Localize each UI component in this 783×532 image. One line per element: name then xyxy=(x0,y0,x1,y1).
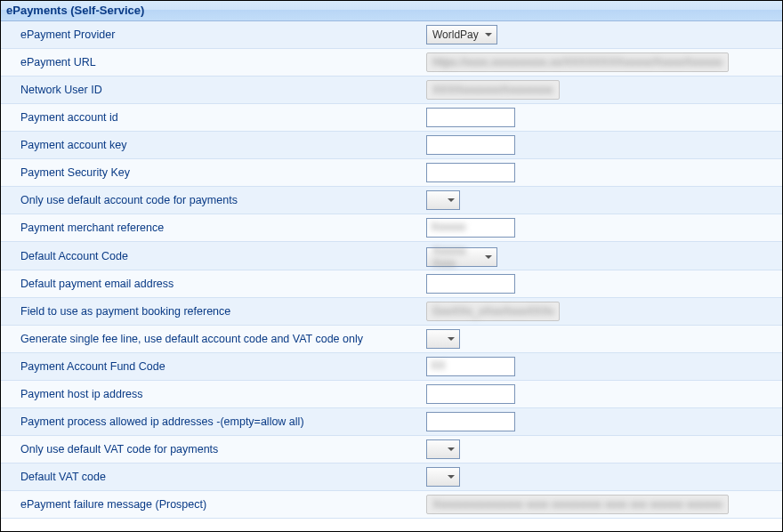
setting-label: Generate single fee line, use default ac… xyxy=(1,331,426,347)
setting-input[interactable] xyxy=(426,274,515,294)
setting-value-cell xyxy=(426,412,782,431)
chevron-down-icon xyxy=(448,447,455,451)
chevron-down-icon xyxy=(448,475,455,479)
setting-input[interactable] xyxy=(426,108,515,127)
setting-value-cell: XXXXxxxxxxxXxxxxxxxxxx xyxy=(426,80,782,100)
setting-label: Field to use as payment booking referenc… xyxy=(1,303,426,319)
redacted-value: Xxxxxxxxxxxxxxxx xxxx xxxxxxxxx xxxx xxx… xyxy=(432,498,722,511)
setting-row: ePayment failure message (Prospect)Xxxxx… xyxy=(1,491,782,519)
setting-row: Field to use as payment booking referenc… xyxy=(1,298,782,326)
setting-value-cell: GxxXXx_xXxxXxxxXXXx xyxy=(426,302,782,321)
setting-row: Payment account key xyxy=(1,132,782,159)
setting-value-cell: Xxxxxx xyxy=(426,218,782,238)
setting-label: Payment host ip address xyxy=(1,386,426,402)
setting-input[interactable] xyxy=(426,163,515,182)
setting-label: Default Account Code xyxy=(1,248,426,264)
setting-label: Only use default VAT code for payments xyxy=(1,441,426,457)
setting-select[interactable]: Xxxxxx Xxxx xyxy=(426,247,497,267)
setting-row: Default VAT code xyxy=(1,463,782,491)
setting-select[interactable] xyxy=(426,467,460,487)
epayments-panel: ePayments (Self-Service) ePayment Provid… xyxy=(1,1,782,531)
setting-label: ePayment Provider xyxy=(1,27,426,43)
setting-select[interactable] xyxy=(426,439,460,459)
setting-row: Network User IDXXXXxxxxxxxXxxxxxxxxxx xyxy=(1,77,782,104)
setting-value-cell xyxy=(426,467,782,487)
setting-row: Default payment email address xyxy=(1,270,782,298)
setting-value-cell xyxy=(426,163,782,182)
setting-label: Payment Security Key xyxy=(1,165,426,181)
setting-row: Only use default VAT code for payments xyxy=(1,436,782,463)
setting-input[interactable] xyxy=(426,218,515,238)
setting-label: Payment account id xyxy=(1,109,426,125)
setting-value-cell: WorldPay xyxy=(426,25,782,44)
setting-label: Payment merchant reference xyxy=(1,220,426,236)
setting-input[interactable]: https://xxxx.xxxxxxxxxx.xx/XXXXXXXXxxxxx… xyxy=(426,52,729,72)
setting-input[interactable] xyxy=(426,135,515,155)
setting-row: Payment process allowed ip addresses -(e… xyxy=(1,408,782,436)
setting-value-cell xyxy=(426,135,782,155)
chevron-down-icon xyxy=(448,337,455,341)
setting-value-cell xyxy=(426,384,782,404)
select-value: Xxxxxx Xxxx xyxy=(432,245,480,270)
setting-row: Payment account id xyxy=(1,104,782,132)
setting-input[interactable] xyxy=(426,384,515,404)
setting-value-cell: Xxxxxxxxxxxxxxxx xxxx xxxxxxxxx xxxx xxx… xyxy=(426,495,782,514)
setting-row: Payment Account Fund CodeXX xyxy=(1,353,782,381)
setting-input[interactable] xyxy=(426,412,515,431)
setting-input[interactable]: XXXXxxxxxxxXxxxxxxxxxx xyxy=(426,80,560,100)
setting-label: ePayment failure message (Prospect) xyxy=(1,496,426,512)
panel-title: ePayments (Self-Service) xyxy=(1,1,782,21)
setting-value-cell: XX xyxy=(426,357,782,376)
setting-label: Payment process allowed ip addresses -(e… xyxy=(1,414,426,430)
redacted-value: https://xxxx.xxxxxxxxxx.xx/XXXXXXXXxxxxx… xyxy=(432,56,722,69)
setting-label: Default VAT code xyxy=(1,469,426,485)
setting-label: Payment Account Fund Code xyxy=(1,359,426,375)
setting-row: ePayment URLhttps://xxxx.xxxxxxxxxx.xx/X… xyxy=(1,49,782,77)
chevron-down-icon xyxy=(485,255,492,259)
setting-value-cell xyxy=(426,439,782,459)
setting-row: ePayment ProviderWorldPay xyxy=(1,21,782,49)
setting-label: Only use default account code for paymen… xyxy=(1,192,426,208)
setting-value-cell xyxy=(426,190,782,210)
setting-value-cell: Xxxxxx Xxxx xyxy=(426,245,782,267)
setting-select[interactable] xyxy=(426,190,460,210)
setting-label: Payment account key xyxy=(1,137,426,153)
setting-select[interactable] xyxy=(426,329,460,349)
setting-row: Only use default account code for paymen… xyxy=(1,187,782,214)
settings-rows: ePayment ProviderWorldPayePayment URLhtt… xyxy=(1,21,782,519)
setting-value-cell xyxy=(426,108,782,127)
select-value: WorldPay xyxy=(432,28,479,41)
setting-label: Network User ID xyxy=(1,82,426,98)
setting-row: Payment merchant referenceXxxxxx xyxy=(1,214,782,242)
setting-row: Generate single fee line, use default ac… xyxy=(1,326,782,353)
setting-select[interactable]: WorldPay xyxy=(426,25,497,44)
setting-value-cell xyxy=(426,329,782,349)
setting-input[interactable]: GxxXXx_xXxxXxxxXXXx xyxy=(426,302,560,321)
setting-input[interactable] xyxy=(426,357,515,376)
setting-row: Default Account CodeXxxxxx Xxxx xyxy=(1,242,782,270)
setting-value-cell xyxy=(426,274,782,294)
chevron-down-icon xyxy=(448,198,455,202)
redacted-value: XXXXxxxxxxxXxxxxxxxxxx xyxy=(432,84,553,96)
chevron-down-icon xyxy=(485,33,492,36)
setting-label: Default payment email address xyxy=(1,276,426,292)
setting-row: Payment host ip address xyxy=(1,381,782,408)
redacted-value: GxxXXx_xXxxXxxxXXXx xyxy=(432,305,553,318)
setting-label: ePayment URL xyxy=(1,54,426,70)
setting-row: Payment Security Key xyxy=(1,159,782,187)
setting-input[interactable]: Xxxxxxxxxxxxxxxx xxxx xxxxxxxxx xxxx xxx… xyxy=(426,495,729,514)
setting-value-cell: https://xxxx.xxxxxxxxxx.xx/XXXXXXXXxxxxx… xyxy=(426,52,782,72)
